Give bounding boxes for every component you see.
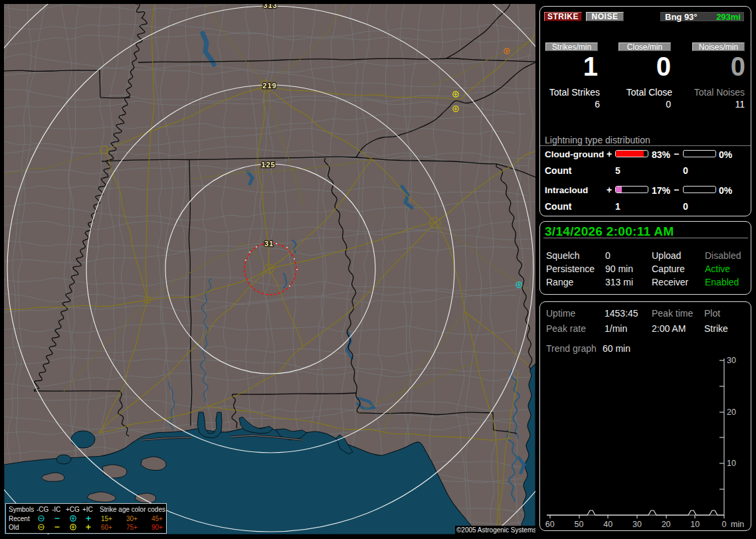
svg-text:10: 10 [727, 459, 736, 468]
svg-text:Recent: Recent [9, 515, 30, 522]
svg-text:45+: 45+ [151, 515, 163, 522]
svg-text:Strike age color codes: Strike age color codes [100, 506, 165, 513]
svg-text:75+: 75+ [126, 524, 138, 531]
svg-text:20: 20 [662, 520, 671, 529]
svg-text:31: 31 [264, 240, 274, 248]
svg-text:60: 60 [545, 520, 555, 529]
svg-text:30: 30 [632, 520, 642, 529]
svg-text:313: 313 [263, 4, 277, 9]
svg-text:50: 50 [575, 520, 584, 529]
svg-text:-IC: -IC [52, 506, 60, 513]
svg-text:30+: 30+ [126, 515, 138, 522]
svg-text:20: 20 [727, 408, 736, 417]
svg-text:30: 30 [727, 356, 736, 365]
svg-text:15+: 15+ [101, 515, 112, 522]
svg-text:-CG: -CG [37, 506, 49, 513]
svg-text:Symbols: Symbols [9, 506, 34, 513]
svg-text:60+: 60+ [101, 524, 112, 531]
svg-text:125: 125 [261, 161, 275, 169]
svg-text:+IC: +IC [82, 506, 93, 513]
svg-text:Old: Old [9, 524, 19, 531]
svg-text:©2005 Astrogenic Systems: ©2005 Astrogenic Systems [456, 526, 535, 534]
svg-text:min: min [731, 520, 744, 529]
svg-text:10: 10 [690, 520, 700, 529]
svg-text:219: 219 [262, 82, 276, 90]
svg-text:90+: 90+ [151, 524, 163, 531]
svg-text:40: 40 [603, 520, 613, 529]
svg-text:0: 0 [722, 520, 727, 529]
svg-text:+CG: +CG [66, 506, 80, 513]
